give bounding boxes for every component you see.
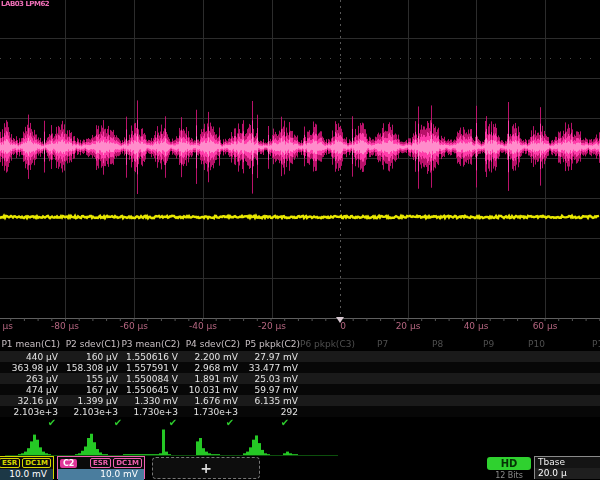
measure-header-inactive[interactable]: P7 (377, 339, 388, 349)
time-axis-label: 40 µs (464, 321, 489, 331)
time-axis: -100 µs-80 µs-60 µs-40 µs-20 µs020 µs40 … (0, 319, 600, 335)
measure-header[interactable]: P1 mean(C1) (0, 339, 60, 349)
hd-bits-label: 12 Bits (487, 471, 531, 480)
channel-scale-value: 10.0 mV (58, 469, 144, 480)
measure-value: 33.477 mV (240, 363, 298, 373)
measure-value: 1.550084 V (120, 374, 178, 384)
trigger-position-marker[interactable] (336, 317, 344, 323)
channel-descriptor-c1[interactable]: ESRDC1M10.0 mV (0, 456, 54, 479)
timebase-label: Tbase (535, 457, 600, 468)
measure-value: 2.103e+3 (0, 407, 58, 417)
measure-value: 1.891 mV (180, 374, 238, 384)
measure-value: 158.308 µV (60, 363, 118, 373)
timebase-descriptor[interactable]: Tbase 20.0 µ (534, 456, 600, 479)
measure-header[interactable]: P2 sdev(C1) (52, 339, 120, 349)
measure-value: 160 µV (60, 352, 118, 362)
coupling-tag: DC1M (22, 458, 51, 468)
measure-table: P1 mean(C1)440 µV363.98 µV263 µV474 µV32… (0, 338, 600, 430)
measure-value: 363.98 µV (0, 363, 58, 373)
measure-header-inactive[interactable]: P10 (528, 339, 545, 349)
measure-value: 1.676 mV (180, 396, 238, 406)
time-axis-label: 60 µs (533, 321, 558, 331)
coupling-tag: DC1M (113, 458, 142, 468)
time-axis-label: -80 µs (51, 321, 79, 331)
timebase-value: 20.0 µ (535, 468, 600, 479)
measure-value: 2.200 mV (180, 352, 238, 362)
measure-value: 167 µV (60, 385, 118, 395)
coupling-tag: ESR (90, 458, 111, 468)
measure-value: 1.730e+3 (180, 407, 238, 417)
measure-value: 6.135 mV (240, 396, 298, 406)
measure-value: 59.97 mV (240, 385, 298, 395)
measure-value: 1.550616 V (120, 352, 178, 362)
channel-badge: C2 (60, 459, 77, 468)
measure-value: 2.103e+3 (60, 407, 118, 417)
measure-value: 10.031 mV (180, 385, 238, 395)
hd-mode-badge[interactable]: HD (487, 457, 531, 470)
time-axis-label: -20 µs (258, 321, 286, 331)
oscilloscope-screen: LAB03 LPM62 -100 µs-80 µs-60 µs-40 µs-20… (0, 0, 600, 480)
channel-scale-value: 10.0 mV (0, 469, 53, 480)
measure-value: 292 (240, 407, 298, 417)
measure-status-check: ✔ (281, 417, 289, 428)
measure-value: 155 µV (60, 374, 118, 384)
measure-header-inactive[interactable]: P9 (483, 339, 494, 349)
measure-header[interactable]: P3 mean(C2) (112, 339, 180, 349)
measure-value: 1.399 µV (60, 396, 118, 406)
measure-value: 263 µV (0, 374, 58, 384)
measure-value: 27.97 mV (240, 352, 298, 362)
measure-status-check: ✔ (226, 417, 234, 428)
measure-value: 474 µV (0, 385, 58, 395)
add-trace-button[interactable]: + (152, 457, 260, 479)
measure-status-check: ✔ (114, 417, 122, 428)
measure-status-check: ✔ (169, 417, 177, 428)
measure-value: 1.330 mV (120, 396, 178, 406)
measure-header-inactive[interactable]: P11 (592, 339, 600, 349)
trace-annotation-label: LAB03 LPM62 (1, 0, 49, 9)
measure-header[interactable]: P4 sdev(C2) (172, 339, 240, 349)
measure-value: 440 µV (0, 352, 58, 362)
time-axis-label: -60 µs (120, 321, 148, 331)
measure-value: 2.968 mV (180, 363, 238, 373)
measure-header-inactive[interactable]: P6 pkpk(C3) (300, 339, 355, 349)
time-axis-label: -40 µs (189, 321, 217, 331)
coupling-tag: ESR (0, 458, 20, 468)
measure-value: 1.557591 V (120, 363, 178, 373)
measure-value: 1.730e+3 (120, 407, 178, 417)
time-axis-label: 20 µs (396, 321, 421, 331)
time-axis-label: -100 µs (0, 321, 13, 331)
measure-value: 25.03 mV (240, 374, 298, 384)
measure-header[interactable]: P5 pkpk(C2) (232, 339, 300, 349)
channel-descriptor-c2[interactable]: C2ESRDC1M10.0 mV (57, 456, 145, 479)
measure-status-check: ✔ (48, 417, 56, 428)
measure-header-inactive[interactable]: P8 (432, 339, 443, 349)
measure-value: 1.550645 V (120, 385, 178, 395)
measure-value: 32.16 µV (0, 396, 58, 406)
